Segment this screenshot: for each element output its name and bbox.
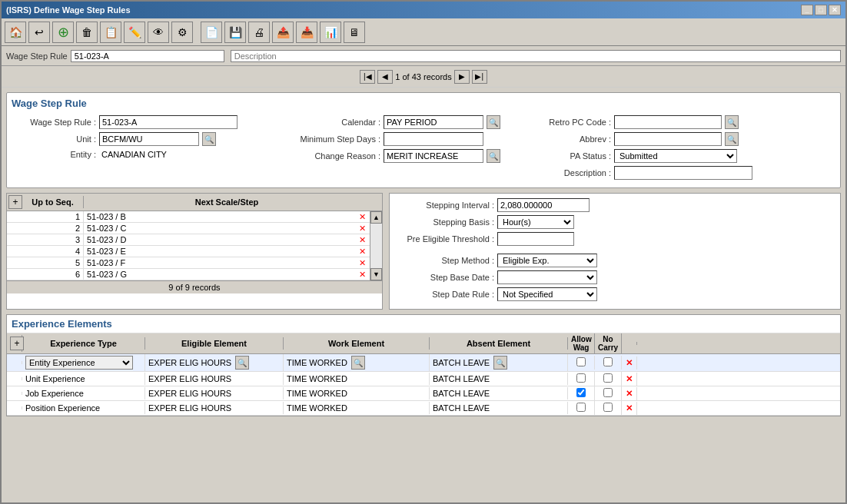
save-button[interactable]: 💾 bbox=[224, 22, 246, 43]
exp-allow-check-3[interactable] bbox=[576, 388, 586, 397]
exp-row-3-elig: EXPER ELIG HOURS bbox=[145, 387, 284, 400]
steps-params-container: + Up to Seq. Next Scale/Step 1 51-023 / … bbox=[6, 193, 841, 310]
delete-exp-row-2[interactable]: ✕ bbox=[622, 373, 637, 386]
delete-button[interactable]: 🗑 bbox=[76, 22, 98, 43]
exp-row-4-allow[interactable] bbox=[568, 401, 595, 415]
edit-button[interactable]: ✏️ bbox=[124, 22, 145, 43]
exp-row-1: Entity Experience Unit Experience Job Ex… bbox=[7, 354, 840, 372]
change-reason-field[interactable] bbox=[384, 149, 483, 163]
experience-elements-title: Experience Elements bbox=[7, 315, 840, 333]
add-button[interactable]: ⊕ bbox=[52, 22, 74, 43]
stepping-interval-row: Stepping Interval : bbox=[394, 198, 835, 212]
doc-button[interactable]: 📄 bbox=[201, 22, 222, 43]
delete-exp-row-3[interactable]: ✕ bbox=[622, 387, 637, 400]
description-field[interactable] bbox=[614, 166, 752, 180]
exp-row-2-nocarry[interactable] bbox=[595, 372, 622, 386]
minimize-button[interactable]: _ bbox=[801, 5, 813, 15]
nav-first-button[interactable]: |◀ bbox=[360, 70, 375, 84]
nav-last-button[interactable]: ▶| bbox=[472, 70, 487, 84]
step-method-row: Step Method : Eligible Exp. Calendar bbox=[394, 254, 835, 267]
exp-row-3-nocarry[interactable] bbox=[595, 386, 622, 400]
wage-step-rule-field[interactable] bbox=[99, 115, 237, 129]
exp-allow-check-2[interactable] bbox=[576, 373, 586, 383]
exp-allow-check-4[interactable] bbox=[576, 403, 586, 412]
settings-button[interactable]: ⚙ bbox=[171, 22, 193, 43]
retro-pc-code-row: Retro PC Code : 🔍 bbox=[526, 115, 835, 129]
pa-status-select[interactable]: Submitted Pending Approved bbox=[614, 149, 737, 163]
step-table-header: + Up to Seq. Next Scale/Step bbox=[7, 194, 382, 211]
main-content: Wage Step Rule Wage Step Rule : Unit : 🔍… bbox=[2, 88, 845, 502]
abbrev-row: Abbrev : 🔍 bbox=[526, 132, 835, 146]
exp-allow-check-1[interactable] bbox=[576, 357, 586, 366]
entity-value: CANADIAN CITY bbox=[99, 149, 169, 160]
unit-search-button[interactable]: 🔍 bbox=[202, 132, 216, 146]
exp-row-3-add bbox=[7, 392, 22, 395]
exp-elig-search-1[interactable]: 🔍 bbox=[235, 356, 249, 370]
step-method-select[interactable]: Eligible Exp. Calendar bbox=[497, 254, 597, 267]
delete-row-6[interactable]: ✕ bbox=[354, 270, 370, 280]
exp-row-2-allow[interactable] bbox=[568, 372, 595, 386]
add-step-button[interactable]: + bbox=[8, 195, 22, 209]
form-left-col: Wage Step Rule : Unit : 🔍 Entity : CANAD… bbox=[12, 115, 281, 183]
exp-row-1-nocarry[interactable] bbox=[595, 356, 622, 370]
delete-exp-row-1[interactable]: ✕ bbox=[622, 356, 637, 370]
exp-nocarry-check-3[interactable] bbox=[603, 388, 613, 397]
delete-row-2[interactable]: ✕ bbox=[354, 224, 370, 234]
copy-button[interactable]: 📋 bbox=[100, 22, 121, 43]
exp-type-select-1[interactable]: Entity Experience Unit Experience Job Ex… bbox=[25, 356, 133, 370]
step-date-rule-select[interactable]: Not Specified Anniversary bbox=[497, 287, 597, 301]
chart-button[interactable]: 📊 bbox=[320, 22, 341, 43]
maximize-button[interactable]: □ bbox=[815, 5, 827, 15]
exp-row-1-add bbox=[7, 361, 22, 364]
min-step-days-field[interactable] bbox=[384, 132, 483, 146]
exp-row-4-nocarry[interactable] bbox=[595, 401, 622, 415]
nav-next-button[interactable]: ▶ bbox=[454, 70, 470, 84]
exp-row-1-elig: EXPER ELIG HOURS 🔍 bbox=[145, 354, 284, 371]
exp-row-4-add bbox=[7, 406, 22, 410]
screen-button[interactable]: 🖥 bbox=[344, 22, 365, 43]
scroll-up-button[interactable]: ▲ bbox=[370, 211, 382, 224]
step-base-date-select[interactable] bbox=[497, 270, 597, 284]
exp-row-1-type[interactable]: Entity Experience Unit Experience Job Ex… bbox=[22, 354, 145, 371]
exp-row-3-allow[interactable] bbox=[568, 386, 595, 400]
description-input-bar[interactable] bbox=[231, 50, 841, 62]
delete-row-5[interactable]: ✕ bbox=[354, 258, 370, 268]
unit-field[interactable] bbox=[99, 132, 199, 146]
retro-pc-code-search-button[interactable]: 🔍 bbox=[725, 115, 739, 129]
change-reason-search-button[interactable]: 🔍 bbox=[487, 149, 500, 163]
change-reason-label: Change Reason : bbox=[296, 151, 380, 161]
retro-pc-code-field[interactable] bbox=[614, 115, 722, 129]
calendar-field[interactable] bbox=[384, 115, 483, 129]
stepping-basis-select[interactable]: Hour(s) Day(s) bbox=[497, 215, 574, 229]
delete-exp-row-4[interactable]: ✕ bbox=[622, 402, 637, 415]
abbrev-search-button[interactable]: 🔍 bbox=[725, 132, 739, 146]
print-button[interactable]: 🖨 bbox=[248, 22, 270, 43]
exp-absent-search-1[interactable]: 🔍 bbox=[493, 356, 507, 370]
delete-row-1[interactable]: ✕ bbox=[354, 212, 370, 222]
calendar-search-button[interactable]: 🔍 bbox=[487, 115, 500, 129]
pre-eligible-field[interactable] bbox=[497, 232, 574, 246]
scroll-down-button[interactable]: ▼ bbox=[370, 268, 382, 280]
exp-work-search-1[interactable]: 🔍 bbox=[351, 356, 365, 370]
exp-nocarry-check-1[interactable] bbox=[603, 357, 613, 366]
exp-row-4-work: TIME WORKED bbox=[284, 402, 430, 414]
import-button[interactable]: 📥 bbox=[296, 22, 317, 43]
close-button[interactable]: ✕ bbox=[829, 5, 841, 15]
stepping-interval-field[interactable] bbox=[497, 198, 590, 212]
entity-label: Entity : bbox=[12, 150, 96, 159]
exp-row-1-allow[interactable] bbox=[568, 356, 595, 370]
delete-row-3[interactable]: ✕ bbox=[354, 235, 370, 245]
exp-nocarry-check-4[interactable] bbox=[603, 403, 613, 412]
description-row: Description : bbox=[526, 166, 835, 180]
home-button[interactable]: 🏠 bbox=[5, 22, 26, 43]
export-button[interactable]: 📤 bbox=[272, 22, 294, 43]
view-button[interactable]: 👁 bbox=[148, 22, 169, 43]
exp-row-4-elig: EXPER ELIG HOURS bbox=[145, 402, 284, 414]
nav-prev-button[interactable]: ◀ bbox=[377, 70, 393, 84]
wage-step-rule-input[interactable] bbox=[71, 50, 224, 62]
exp-nocarry-check-2[interactable] bbox=[603, 373, 613, 383]
delete-row-4[interactable]: ✕ bbox=[354, 247, 370, 257]
step-base-date-row: Step Base Date : bbox=[394, 270, 835, 284]
back-button[interactable]: ↩ bbox=[28, 22, 50, 43]
abbrev-field[interactable] bbox=[614, 132, 722, 146]
